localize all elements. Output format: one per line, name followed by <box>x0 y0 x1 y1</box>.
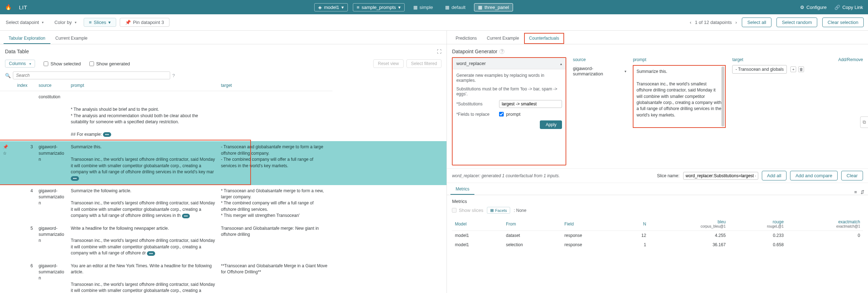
dataset-selector[interactable]: ≡ sample_prompts ▾ <box>353 3 405 11</box>
show-generated-input[interactable] <box>89 61 94 66</box>
columns-dropdown[interactable]: Columns <box>5 60 35 68</box>
search-input[interactable] <box>13 71 170 79</box>
add-remove-button[interactable]: Add/Remove <box>838 57 863 62</box>
target-value-input[interactable]: - Transocean and globals <box>732 65 787 74</box>
mth-field[interactable]: Field <box>562 217 622 231</box>
layout-three-panel[interactable]: ▦three_panel <box>474 3 513 11</box>
metrics-header-row: Model From Field N bleucorpus_bleu@1 rou… <box>452 217 863 231</box>
th-target[interactable]: target <box>218 81 332 91</box>
slice-name-input[interactable] <box>683 172 758 180</box>
data-table: index source prompt target constitution … <box>0 81 447 293</box>
help-icon[interactable]: ? <box>499 49 504 54</box>
generator-title: Datapoint Generator <box>452 49 497 54</box>
configure-button[interactable]: ⚙Configure <box>800 5 827 10</box>
mth-rouge[interactable]: rougerougeL@1 <box>729 217 786 231</box>
table-row[interactable]: 📌☆ 3 gigaword-summarization Summarize th… <box>0 141 447 185</box>
th-source[interactable]: source <box>36 81 68 91</box>
metrics-title: Metrics <box>452 199 863 204</box>
search-help-icon[interactable]: ? <box>172 73 175 78</box>
mth-model[interactable]: Model <box>452 217 503 231</box>
layout-three-panel-label: three_panel <box>484 5 509 10</box>
model-selector[interactable]: ◈ model1 ▾ <box>314 3 348 11</box>
th-prompt[interactable]: prompt <box>68 81 218 91</box>
collapse-handle-icon[interactable]: ⧉ <box>860 116 868 128</box>
select-filtered-button[interactable]: Select filtered <box>406 59 442 68</box>
cell-target: Transocean and Globalsantafe merge: New … <box>218 223 332 260</box>
mcell: 0.233 <box>729 231 786 240</box>
color-by-dropdown[interactable]: Color by <box>51 18 80 26</box>
th-index[interactable]: index <box>14 81 36 91</box>
table-row[interactable]: 6 gigaword-summarization You are an edit… <box>0 260 447 293</box>
pin-datapoint-button[interactable]: 📌Pin datapoint 3 <box>120 18 169 27</box>
truncate-icon[interactable]: ••• <box>147 251 155 256</box>
truncate-icon[interactable]: ••• <box>182 214 190 218</box>
grid-icon: ▦ <box>490 208 494 213</box>
show-selected-input[interactable] <box>44 61 48 66</box>
table-row[interactable]: 5 gigaword-summarization Write a headlin… <box>0 223 447 260</box>
metrics-row[interactable]: model1 dataset response 12 4.255 0.233 0 <box>452 231 863 240</box>
add-row-icon[interactable]: + <box>790 66 796 72</box>
mth-bleu[interactable]: bleucorpus_bleu@1 <box>649 217 728 231</box>
add-all-button[interactable]: Add all <box>762 171 787 180</box>
layout-default-label: default <box>452 5 465 10</box>
show-slices-checkbox[interactable]: Show slices <box>452 208 483 213</box>
configure-label: Configure <box>807 5 827 10</box>
show-selected-checkbox[interactable]: Show selected <box>44 61 81 66</box>
chevron-up-icon <box>560 61 562 66</box>
tab-current-example[interactable]: Current Example <box>50 33 93 44</box>
mth-from[interactable]: From <box>503 217 562 231</box>
apply-button[interactable]: Apply <box>540 120 562 129</box>
reset-view-button[interactable]: Reset view <box>373 59 404 68</box>
mth-n[interactable]: N <box>622 217 649 231</box>
substitutions-input[interactable] <box>499 100 562 108</box>
generated-prompt-textarea[interactable]: Summarize this. Transocean inc., the wor… <box>633 65 726 128</box>
mth-exact[interactable]: exactmatchexactmatch@1 <box>786 217 863 231</box>
layout-simple[interactable]: ▦simple <box>410 4 437 11</box>
fullscreen-icon[interactable]: ⛶ <box>437 49 442 54</box>
add-and-compare-button[interactable]: Add and compare <box>790 171 838 180</box>
prev-icon[interactable]: ‹ <box>690 20 691 25</box>
tab-current-example-right[interactable]: Current Example <box>482 33 524 44</box>
select-all-button[interactable]: Select all <box>742 18 771 27</box>
mcell: 36.167 <box>649 240 728 249</box>
layout-icon: ▦ <box>478 5 482 10</box>
mcell: response <box>562 231 622 240</box>
mcell <box>786 240 863 249</box>
tab-predictions[interactable]: Predictions <box>450 33 482 44</box>
slices-button[interactable]: ≡Slices▾ <box>84 18 116 27</box>
mcell: selection <box>503 240 562 249</box>
field-prompt-input[interactable] <box>499 112 504 116</box>
layers-icon: ◈ <box>318 5 322 10</box>
mcell: model1 <box>452 231 503 240</box>
show-generated-checkbox[interactable]: Show generated <box>89 61 130 66</box>
delete-row-icon[interactable]: 🗑 <box>798 66 804 72</box>
mcell: 12 <box>622 231 649 240</box>
select-random-button[interactable]: Select random <box>776 18 817 27</box>
tab-tabular-exploration[interactable]: Tabular Exploration <box>4 33 50 44</box>
clear-selection-button[interactable]: Clear selection <box>822 18 864 27</box>
table-row[interactable]: 4 gigaword-summarization Summarize the f… <box>0 185 447 223</box>
pin-row-icon[interactable]: 📌 <box>3 144 8 149</box>
clear-button[interactable]: Clear <box>841 171 863 180</box>
next-icon[interactable]: › <box>735 20 737 25</box>
source-value-dropdown[interactable]: gigaword-summarization <box>573 65 626 77</box>
cell-prompt: Summarize the following article.Transoce… <box>68 185 218 223</box>
copy-link-button[interactable]: 🔗Copy Link <box>834 5 863 10</box>
facets-button[interactable]: ▦Facets <box>487 207 510 214</box>
data-table-scroll[interactable]: index source prompt target constitution … <box>0 81 447 293</box>
select-datapoint-dropdown[interactable]: Select datapoint <box>2 18 47 26</box>
word-replacer-accordion[interactable]: word_replacer <box>453 58 566 69</box>
mcell: 0.658 <box>729 240 786 249</box>
prompt-field-label: prompt <box>633 57 726 62</box>
star-row-icon[interactable]: ☆ <box>3 151 7 156</box>
layout-default[interactable]: ▦default <box>442 4 469 11</box>
tab-metrics[interactable]: Metrics <box>450 184 474 195</box>
tab-counterfactuals[interactable]: Counterfactuals <box>524 33 564 44</box>
truncate-icon[interactable]: ••• <box>103 132 111 137</box>
metrics-sort-icon[interactable]: ⇵ <box>860 189 864 195</box>
metrics-row[interactable]: model1 selection response 1 36.167 0.658 <box>452 240 863 249</box>
section-label: constitution <box>36 91 68 104</box>
metrics-menu-icon[interactable]: ≡ <box>854 189 857 195</box>
field-prompt-checkbox[interactable]: prompt <box>499 111 520 117</box>
truncate-icon[interactable]: ••• <box>71 176 79 181</box>
